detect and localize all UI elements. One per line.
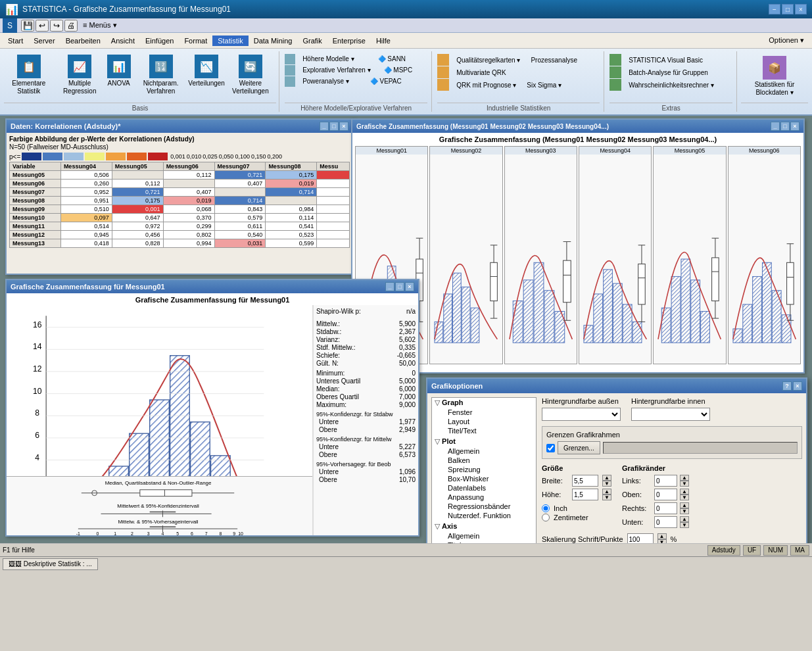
hoehe-input[interactable]: [572, 489, 598, 500]
ribbon-hoehere-modelle[interactable]: Höhere Modelle ▾: [298, 54, 358, 64]
ribbon-explorative[interactable]: Explorative Verfahren ▾: [298, 65, 375, 76]
tree-nutzerdef-func[interactable]: Nutzerdef. Funktion: [432, 511, 536, 520]
ribbon-prozessanalyse[interactable]: Prozessanalyse: [526, 55, 582, 65]
menus-btn[interactable]: ≡ Menüs ▾: [79, 21, 121, 30]
unten-spinner[interactable]: ▲ ▼: [680, 516, 689, 528]
rechts-spinner[interactable]: ▲ ▼: [680, 502, 689, 514]
menu-optionen[interactable]: Optionen ▾: [763, 35, 809, 46]
cell-m08-m07: 0,714: [214, 197, 266, 205]
ribbon-statistiken-blockdaten[interactable]: 📦 Statistiken für Blockdaten ▾: [741, 54, 808, 103]
tree-axis-allgemein[interactable]: Allgemein: [432, 531, 536, 541]
ribbon-six-sigma[interactable]: Six Sigma ▾: [522, 80, 566, 90]
win-minimize[interactable]: _: [320, 122, 329, 131]
win3-close[interactable]: ×: [405, 282, 414, 291]
hoehe-up[interactable]: ▲: [602, 489, 611, 494]
ribbon-qualitaet[interactable]: Qualitätsregelkarten ▾: [452, 55, 525, 65]
save-quick-btn[interactable]: 💾: [21, 20, 34, 32]
ribbon-nichtparam[interactable]: 🔢 Nichtparam. Verfahren: [133, 53, 189, 97]
print-btn[interactable]: 🖨: [64, 20, 78, 32]
ribbon-anova[interactable]: 📊 ANOVA: [106, 53, 132, 89]
tree-titeltext[interactable]: Titel/Text: [432, 426, 536, 435]
oben-input[interactable]: [654, 489, 677, 500]
dialog-title[interactable]: Grafikoptionen ? ×: [427, 379, 806, 393]
menu-ansicht[interactable]: Ansicht: [106, 36, 140, 46]
win3-minimize[interactable]: _: [385, 282, 394, 291]
links-spinner[interactable]: ▲ ▼: [680, 475, 689, 487]
win3-maximize[interactable]: □: [395, 282, 404, 291]
minimize-button[interactable]: −: [769, 4, 780, 14]
oben-spinner[interactable]: ▲ ▼: [680, 489, 689, 500]
unten-input[interactable]: [654, 516, 677, 528]
threshold-1: 0,010: [187, 153, 202, 160]
ribbon-multiple-regression[interactable]: 📈 Multiple Regression: [55, 53, 105, 97]
menu-bearbeiten[interactable]: Bearbeiten: [60, 36, 106, 46]
ribbon-vepac[interactable]: 🔷 VEPAC: [366, 76, 406, 87]
menu-enterprise[interactable]: Enterprise: [327, 36, 371, 46]
tree-balken[interactable]: Balken: [432, 456, 536, 465]
menu-start[interactable]: Start: [3, 36, 28, 46]
tree-axis-titel[interactable]: Titel: [432, 541, 536, 543]
hoehe-spinner[interactable]: ▲ ▼: [602, 489, 611, 500]
links-input[interactable]: [654, 475, 677, 487]
zentimeter-radio[interactable]: [542, 514, 550, 521]
win-maximize[interactable]: □: [329, 122, 339, 131]
tree-graph[interactable]: ▽ Graph: [432, 398, 536, 408]
breite-down[interactable]: ▼: [602, 481, 611, 487]
tree-regressionsb[interactable]: Regressionsbänder: [432, 502, 536, 511]
ribbon-wkeit[interactable]: Wahrscheinlichkeitsrechner ▾: [624, 80, 719, 90]
breite-spinner[interactable]: ▲ ▼: [602, 475, 611, 487]
menu-einfuegen[interactable]: Einfügen: [140, 36, 179, 46]
hoehe-down[interactable]: ▼: [602, 494, 611, 500]
menu-datamining[interactable]: Data Mining: [249, 36, 298, 46]
rechts-input[interactable]: [654, 502, 677, 514]
tree-spreizung[interactable]: Spreizung: [432, 465, 536, 474]
menu-server[interactable]: Server: [28, 36, 60, 46]
undo-btn[interactable]: ↩: [36, 20, 49, 32]
breite-up[interactable]: ▲: [602, 475, 611, 481]
ribbon-visual-basic[interactable]: STATISTICA Visual Basic: [624, 55, 707, 65]
ribbon-batch[interactable]: Batch-Analyse für Gruppen: [624, 68, 713, 78]
breite-input[interactable]: [572, 475, 598, 487]
win-close[interactable]: ×: [339, 122, 348, 131]
win2-minimize[interactable]: _: [771, 122, 780, 131]
taskbar-deskriptive[interactable]: 🖼 🖼 Deskriptive Statistik : ...: [3, 558, 98, 570]
maximize-button[interactable]: □: [782, 4, 794, 14]
messung01-title[interactable]: Grafische Zusammenfassung für Messung01 …: [7, 280, 418, 293]
menu-format[interactable]: Format: [179, 36, 212, 46]
tree-fenster[interactable]: Fenster: [432, 408, 536, 417]
redo-btn[interactable]: ↪: [50, 20, 63, 32]
skalierung-input[interactable]: [627, 533, 654, 543]
mw-label: Mittelw.:: [316, 320, 340, 327]
close-button[interactable]: ×: [795, 4, 807, 14]
hintergrund-innen-select[interactable]: [631, 408, 710, 421]
menu-hilfe[interactable]: Hilfe: [371, 36, 396, 46]
grenzen-button[interactable]: Grenzen...: [558, 441, 600, 454]
ribbon-weitere-verteilungen[interactable]: 🔄 Weitere Verteilungen: [225, 53, 276, 97]
tree-datenlabels[interactable]: Datenlabels: [432, 483, 536, 493]
ribbon-qrk-prognose[interactable]: QRK mit Prognose ▾: [452, 80, 521, 90]
data-window-title[interactable]: Daten: Korrelationen (Adstudy)* _ □ ×: [7, 120, 352, 133]
menu-grafik[interactable]: Grafik: [297, 36, 327, 46]
tree-axis[interactable]: ▽ Axis: [432, 521, 536, 531]
ribbon-elementare-statistik[interactable]: 📋 Elementare Statistik: [4, 53, 54, 97]
tree-allgemein[interactable]: Allgemein: [432, 446, 536, 456]
ribbon-sann[interactable]: 🔷 SANN: [373, 54, 411, 64]
dialog-close[interactable]: ×: [793, 381, 802, 391]
zusammenfassung-title[interactable]: Grafische Zusammenfassung (Messung01 Mes…: [352, 120, 803, 133]
tree-boxwhisker[interactable]: Box-Whisker: [432, 474, 536, 483]
inch-radio[interactable]: [542, 504, 550, 512]
tree-layout[interactable]: Layout: [432, 417, 536, 426]
ribbon-verteilungen[interactable]: 📉 Verteilungen: [190, 53, 224, 89]
ribbon-multivariate-qrk[interactable]: Multivariate QRK: [452, 68, 511, 78]
grenzen-checkbox[interactable]: [546, 444, 555, 452]
win2-maximize[interactable]: □: [780, 122, 790, 131]
ribbon-mspc[interactable]: 🔷 MSPC: [379, 65, 418, 76]
menu-statistik[interactable]: Statistik: [212, 36, 249, 46]
tree-plot[interactable]: ▽ Plot: [432, 437, 536, 446]
ribbon-poweranalyse[interactable]: Poweranalyse ▾: [298, 76, 354, 87]
hintergrund-aussen-select[interactable]: [542, 408, 621, 421]
dialog-help[interactable]: ?: [782, 381, 792, 391]
skalierung-spinner[interactable]: ▲ ▼: [657, 533, 667, 543]
tree-anpassung[interactable]: Anpassung: [432, 493, 536, 502]
win2-close[interactable]: ×: [790, 122, 800, 131]
